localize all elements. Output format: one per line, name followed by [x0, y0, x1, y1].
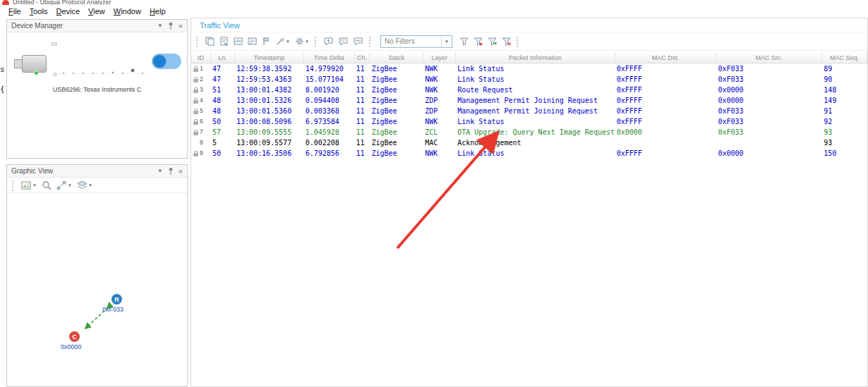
cell-ln[interactable]: 48 [211, 107, 235, 115]
cell-ln[interactable]: 50 [211, 149, 235, 157]
toolbar-drag-handle[interactable] [369, 37, 373, 47]
cell-mac-src[interactable]: 0xF033 [716, 75, 822, 83]
cell-channel[interactable]: 11 [355, 128, 370, 136]
cell-layer[interactable]: ZDP [423, 97, 456, 104]
cell-mac-dst[interactable]: 0xFFFF [615, 65, 717, 73]
column-header-id[interactable]: ID [191, 52, 211, 63]
cell-timestamp[interactable]: 13:00:16.3506 [235, 149, 304, 157]
close-icon[interactable]: × [179, 168, 183, 175]
cell-channel[interactable]: 11 [355, 118, 370, 125]
column-header-timestamp[interactable]: Timestamp [235, 52, 304, 63]
apply-filter-icon[interactable] [458, 36, 470, 47]
cell-mac-seq[interactable]: 90 [822, 75, 867, 83]
menu-view[interactable]: View [84, 6, 109, 16]
cell-stack[interactable]: ZigBee [370, 118, 423, 125]
cell-mac-seq[interactable]: 149 [822, 97, 867, 104]
table-row[interactable]: 6 50 13:00:08.5096 6.973584 11 ZigBee NW… [191, 116, 867, 127]
cell-time-delta[interactable]: 8.001920 [304, 86, 355, 94]
cell-mac-src[interactable]: 0xF033 [716, 107, 822, 115]
table-row[interactable]: 8 5 13:00:09.5577 0.002208 11 ZigBee MAC… [191, 137, 867, 148]
cell-mac-dst[interactable]: 0xFFFF [615, 107, 717, 115]
cell-ln[interactable]: 50 [211, 118, 235, 125]
coordinator-node[interactable]: C [69, 331, 80, 342]
menu-file[interactable]: File [4, 6, 25, 16]
cell-ln[interactable]: 47 [211, 75, 235, 83]
column-header-mac-dst[interactable]: MAC Dst. [615, 52, 717, 63]
table-row[interactable]: 3 51 13:00:01.4382 8.001920 11 ZigBee NW… [191, 85, 867, 95]
cell-mac-seq[interactable]: 93 [822, 128, 867, 136]
cell-stack[interactable]: ZigBee [370, 128, 423, 136]
cell-layer[interactable]: NWK [423, 118, 456, 125]
menu-window[interactable]: Window [109, 6, 145, 16]
cell-mac-seq[interactable]: 91 [822, 107, 867, 115]
cell-mac-dst[interactable]: 0xFFFF [615, 118, 717, 125]
cell-channel[interactable]: 11 [355, 139, 370, 147]
cell-stack[interactable]: ZigBee [370, 86, 423, 94]
cell-timestamp[interactable]: 13:00:01.5360 [235, 107, 304, 115]
cell-ln[interactable]: 57 [211, 128, 235, 136]
column-header-layer[interactable]: Layer [423, 52, 456, 63]
pin-icon[interactable] [168, 22, 174, 30]
cell-stack[interactable]: ZigBee [370, 97, 423, 104]
cell-ln[interactable]: 51 [211, 86, 235, 94]
cell-layer[interactable]: ZDP [423, 107, 456, 115]
column-header-ln[interactable]: Ln. [211, 52, 235, 63]
cell-timestamp[interactable]: 13:00:01.5326 [235, 97, 304, 104]
export-image-icon[interactable]: ▼ [20, 180, 38, 191]
cell-channel[interactable]: 11 [355, 149, 370, 157]
cell-packet-info[interactable]: Link Status [456, 75, 615, 83]
toolbar-drag-handle[interactable] [517, 37, 520, 47]
zoom-icon[interactable] [40, 180, 53, 191]
table-row[interactable]: 2 47 12:59:53.4363 15.077104 11 ZigBee N… [191, 74, 867, 85]
cell-timestamp[interactable]: 13:00:09.5555 [235, 128, 304, 136]
cell-mac-seq[interactable]: 92 [822, 118, 867, 125]
cell-channel[interactable]: 11 [355, 107, 370, 115]
topology-icon[interactable]: ▼ [55, 180, 73, 191]
cell-timestamp[interactable]: 13:00:01.4382 [235, 86, 304, 94]
log-icon[interactable] [246, 36, 258, 47]
layers-icon[interactable]: ▼ [76, 180, 94, 191]
table-row[interactable]: 1 47 12:59:38.3592 14.979920 11 ZigBee N… [191, 63, 867, 74]
filter-select[interactable]: No Filters ▼ [380, 35, 452, 48]
column-header-packet-info[interactable]: Packet Information [456, 52, 615, 63]
cell-time-delta[interactable]: 15.077104 [304, 75, 355, 83]
table-row[interactable]: 9 50 13:00:16.3506 6.792856 11 ZigBee NW… [191, 148, 867, 159]
quick-filter-icon[interactable] [472, 36, 484, 47]
cell-time-delta[interactable]: 0.094408 [304, 97, 355, 104]
copy-icon[interactable] [204, 36, 216, 47]
column-header-mac-src[interactable]: MAC Src. [716, 52, 822, 63]
usb-dongle-icon[interactable] [14, 51, 48, 76]
export-icon[interactable] [218, 36, 230, 47]
toolbar-drag-handle[interactable] [12, 180, 16, 190]
cell-mac-src[interactable]: 0xF033 [716, 65, 822, 73]
cell-time-delta[interactable]: 14.979920 [304, 65, 355, 73]
cell-packet-info[interactable]: Link Status [456, 65, 615, 73]
cell-mac-dst[interactable]: 0xFFFF [615, 75, 717, 83]
column-header-stack[interactable]: Stack [370, 52, 423, 63]
table-row[interactable]: 7 57 13:00:09.5555 1.045928 11 ZigBee ZC… [191, 127, 867, 137]
cell-packet-info[interactable]: Management Permit Joining Request [456, 107, 615, 115]
toolbar-drag-handle[interactable] [315, 37, 318, 47]
cell-channel[interactable]: 11 [355, 65, 370, 73]
cell-mac-src[interactable]: 0x0000 [716, 97, 822, 104]
cell-timestamp[interactable]: 13:00:09.5577 [235, 139, 304, 147]
cell-packet-info[interactable]: OTA Upgrade: Query Next Image Request [456, 128, 615, 136]
cell-channel[interactable]: 11 [355, 75, 370, 83]
decrypt-wand-icon[interactable]: ▼ [275, 36, 291, 47]
cell-mac-seq[interactable]: 89 [822, 65, 867, 73]
cell-mac-src[interactable]: 0x0000 [716, 86, 822, 94]
cell-time-delta[interactable]: 0.003368 [304, 107, 355, 115]
cell-channel[interactable]: 11 [355, 86, 370, 94]
graphic-view-canvas[interactable]: R 0xF033 C 0x0000 [7, 193, 187, 386]
panel-menu-caret-icon[interactable]: ▼ [157, 23, 163, 30]
column-header-mac-seq[interactable]: MAC Seq. [822, 52, 867, 63]
cell-mac-dst[interactable]: 0xFFFF [615, 97, 717, 104]
cell-packet-info[interactable]: Link Status [456, 149, 615, 157]
cell-mac-dst[interactable]: 0x0000 [615, 128, 717, 136]
cell-layer[interactable]: NWK [423, 65, 456, 73]
cell-layer[interactable]: NWK [423, 75, 456, 83]
cell-stack[interactable]: ZigBee [370, 149, 423, 157]
cell-time-delta[interactable]: 1.045928 [304, 128, 355, 136]
toolbar-drag-handle[interactable] [196, 37, 200, 47]
column-header-time-delta[interactable]: Time Delta [304, 52, 355, 63]
